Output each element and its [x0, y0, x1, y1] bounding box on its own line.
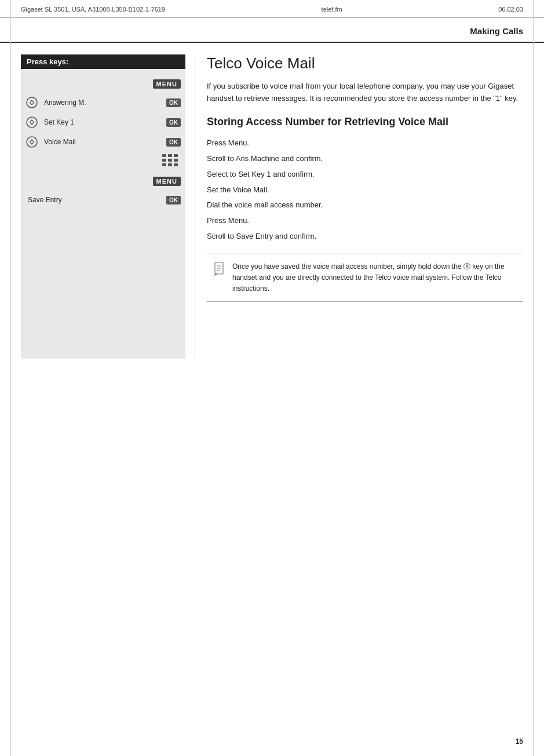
- instruction-4: Set the Voice Mail.: [207, 182, 523, 198]
- note-pencil-icon: [213, 261, 227, 295]
- page-header: Gigaset SL 3501, USA, A31008-L350-B102-1…: [0, 0, 544, 18]
- page-title: Making Calls: [0, 18, 544, 43]
- keypad-dot: [162, 159, 166, 162]
- answering-m-row: Answering M. OK: [25, 94, 181, 111]
- page-number: 15: [516, 737, 523, 746]
- ok-button-save[interactable]: OK: [166, 196, 181, 204]
- instruction-list: Press Menu. Scroll to Ans Machine and co…: [207, 136, 523, 244]
- save-entry-label: Save Entry: [25, 196, 166, 204]
- keypad-dot: [168, 154, 172, 157]
- page-border-right: [533, 0, 534, 756]
- note-box: Once you have saved the voice mail acces…: [207, 254, 523, 302]
- keypad-icon: [162, 154, 181, 169]
- content-intro: If you subscribe to voice mail from your…: [207, 81, 523, 105]
- svg-marker-13: [214, 273, 217, 276]
- ok-button-setkey[interactable]: OK: [166, 118, 181, 127]
- menu-row-2: MENU: [25, 173, 181, 189]
- keypad-dot: [162, 154, 166, 157]
- keypad-dot: [174, 154, 178, 157]
- svg-point-2: [31, 101, 34, 104]
- svg-point-8: [31, 141, 34, 144]
- set-key-1-label: Set Key 1: [42, 118, 166, 126]
- section-title: Storing Access Number for Retrieving Voi…: [207, 115, 523, 129]
- instruction-1: Press Menu.: [207, 136, 523, 151]
- menu-button-1[interactable]: MENU: [153, 79, 181, 89]
- instruction-3: Select to Set Key 1 and confirm.: [207, 167, 523, 182]
- voice-mail-label: Voice Mail: [42, 138, 166, 146]
- press-keys-body: MENU Answering M. OK: [21, 69, 185, 359]
- header-date: 06.02.03: [498, 6, 523, 13]
- keypad-dot: [168, 159, 172, 162]
- voice-mail-row: Voice Mail OK: [25, 134, 181, 150]
- ok-button-voicemail[interactable]: OK: [166, 138, 181, 147]
- instruction-5: Dial the voice mail access number.: [207, 198, 523, 213]
- keypad-dot: [174, 163, 178, 166]
- menu-button-2[interactable]: MENU: [153, 177, 181, 186]
- content-main-title: Telco Voice Mail: [207, 54, 523, 72]
- right-panel: Telco Voice Mail If you subscribe to voi…: [195, 54, 523, 359]
- set-key-1-row: Set Key 1 OK: [25, 114, 181, 130]
- nav-icon-setkey: [25, 116, 38, 129]
- nav-icon-voicemail: [25, 136, 38, 148]
- header-file-name: telef.fm: [322, 6, 342, 13]
- instruction-6: Press Menu.: [207, 213, 523, 229]
- ok-button-answering[interactable]: OK: [166, 98, 181, 107]
- answering-m-label: Answering M.: [42, 98, 166, 107]
- keypad-row: [25, 154, 181, 170]
- svg-point-5: [31, 121, 34, 124]
- page-border-left: [10, 0, 11, 756]
- note-text: Once you have saved the voice mail acces…: [232, 261, 517, 295]
- keypad-dot: [174, 159, 178, 162]
- main-layout: Press keys: MENU Answering M. OK: [0, 43, 544, 370]
- menu-row-1: MENU: [25, 76, 181, 92]
- keypad-dot: [168, 163, 172, 166]
- nav-icon-answering: [25, 96, 38, 109]
- instruction-7: Scroll to Save Entry and confirm.: [207, 229, 523, 244]
- keypad-dot: [162, 163, 166, 166]
- instruction-2: Scroll to Ans Machine and confirm.: [207, 151, 523, 167]
- press-keys-header: Press keys:: [21, 54, 185, 69]
- header-document-info: Gigaset SL 3501, USA, A31008-L350-B102-1…: [21, 6, 165, 13]
- left-panel: Press keys: MENU Answering M. OK: [21, 54, 195, 359]
- save-entry-row: Save Entry OK: [25, 192, 181, 208]
